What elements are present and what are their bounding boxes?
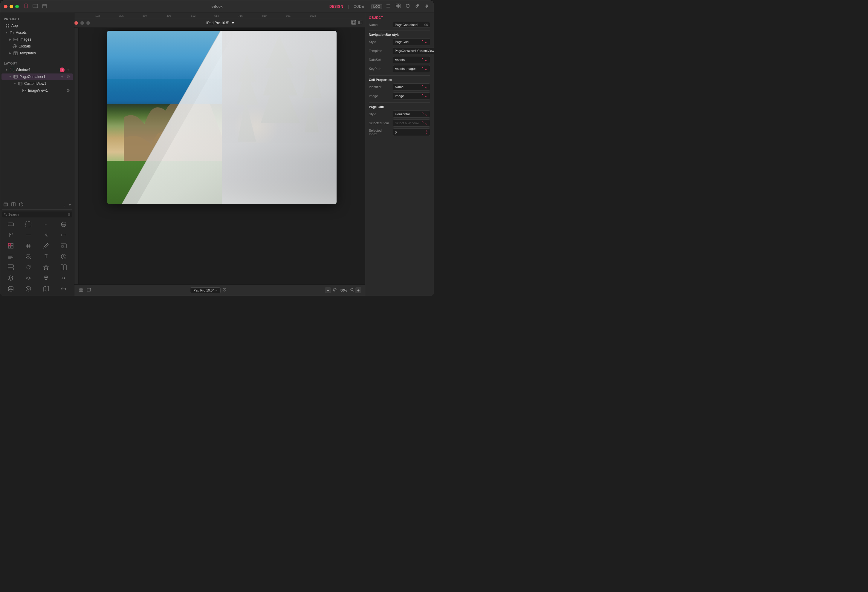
zoom-refresh-icon[interactable] <box>332 288 338 293</box>
dash-h-component[interactable] <box>20 230 37 240</box>
split-h-component[interactable] <box>2 262 19 272</box>
ruler-left <box>74 28 78 284</box>
image-value-container[interactable]: Image ⌃⌄ <box>393 92 430 99</box>
log-button[interactable]: LOG <box>371 4 382 9</box>
panel-dropdown-arrow[interactable]: ▼ <box>68 203 72 207</box>
location-component[interactable] <box>38 273 55 283</box>
list-icon[interactable] <box>385 3 392 10</box>
share-icon[interactable] <box>222 288 227 293</box>
iframe-component[interactable] <box>55 241 72 251</box>
identifier-dropdown[interactable]: ⌃⌄ <box>421 84 428 89</box>
sidebar-item-pagecontainer1[interactable]: ▼ PageContainer1 + ⚙ <box>1 74 73 80</box>
dataset-dropdown[interactable]: ⌃⌄ <box>421 57 428 62</box>
grid-toolbar-icon[interactable] <box>395 3 402 10</box>
selected-item-value-container[interactable]: Select a Window ⌃⌄ <box>393 119 430 127</box>
identifier-value-container[interactable]: Name ⌃⌄ <box>393 83 430 90</box>
pagecontainer1-settings-button[interactable]: ⚙ <box>66 74 71 79</box>
button-component[interactable] <box>2 219 19 230</box>
grid-canvas-icon[interactable] <box>78 287 84 294</box>
component-search-input[interactable] <box>8 213 66 216</box>
name-value[interactable]: PageContainer1 <box>395 23 423 27</box>
selected-item-dropdown[interactable]: ⌃⌄ <box>421 121 428 125</box>
link-component[interactable] <box>55 219 72 230</box>
image-dropdown[interactable]: ⌃⌄ <box>421 93 428 98</box>
arrows-lr-component[interactable] <box>55 284 72 294</box>
shield-icon[interactable] <box>404 3 411 10</box>
sidebar-item-templates[interactable]: ▶ Templates <box>1 50 73 56</box>
minimize-button[interactable] <box>10 5 13 8</box>
frame-icon-2[interactable] <box>358 20 363 26</box>
bottom-device-dropdown[interactable]: iPad Pro 10.5" <box>190 287 221 293</box>
close-button[interactable] <box>4 5 7 8</box>
text-t-component[interactable]: T <box>38 252 55 262</box>
sidebar-item-images[interactable]: ▶ Images <box>1 36 73 43</box>
window1-add-button[interactable]: + <box>66 68 71 72</box>
sidebar-item-imageview1[interactable]: ImageView1 ⚙ <box>1 87 73 94</box>
frame-canvas-icon[interactable] <box>86 287 92 294</box>
phone-icon[interactable] <box>24 4 28 9</box>
hash-component[interactable] <box>20 241 37 251</box>
fork-component[interactable] <box>2 230 19 240</box>
tablet-icon[interactable] <box>32 4 38 9</box>
split-view-icon[interactable] <box>10 201 16 208</box>
star-component[interactable] <box>38 262 55 272</box>
curl-style-dropdown[interactable]: ⌃⌄ <box>421 112 428 116</box>
device-selector[interactable]: iPad Pro 10.5" ▼ <box>207 21 235 25</box>
cross-component[interactable] <box>2 241 19 251</box>
sidebar-item-assets[interactable]: ▼ Assets <box>1 29 73 36</box>
device-frame[interactable] <box>107 31 337 204</box>
arrow3-component[interactable] <box>55 273 72 283</box>
index-stepper[interactable]: ▲ ▼ <box>426 130 428 135</box>
code-tab[interactable]: CODE <box>351 4 366 10</box>
frame-icon-1[interactable] <box>351 20 356 26</box>
pagecontainer1-add-button[interactable]: + <box>60 74 65 79</box>
asterisk-component[interactable]: ✳ <box>38 230 55 240</box>
search-options-icon[interactable]: ⊞ <box>68 212 71 216</box>
calendar-icon[interactable] <box>42 4 47 9</box>
assets-label: Assets <box>16 31 27 35</box>
stepper-up[interactable]: ▲ <box>426 130 428 132</box>
text-align-component[interactable] <box>2 252 19 262</box>
curl-style-value-container[interactable]: Horizontal ⌃⌄ <box>393 110 430 118</box>
db-component[interactable] <box>2 284 19 294</box>
dashed-component[interactable] <box>20 219 37 230</box>
zoom-out-button[interactable]: − <box>325 287 331 293</box>
sidebar-item-app[interactable]: App <box>1 22 73 29</box>
layers3-component[interactable] <box>2 273 19 283</box>
rotate-component[interactable] <box>20 262 37 272</box>
pencil-component[interactable] <box>38 241 55 251</box>
style-dropdown[interactable]: ⌃⌄ <box>421 40 428 44</box>
svg-rect-107 <box>79 288 81 289</box>
clock-component[interactable] <box>55 252 72 262</box>
stepper-down[interactable]: ▼ <box>426 132 428 135</box>
l-component[interactable]: ⌐ <box>38 219 55 230</box>
style-value-container[interactable]: PageCurl ⌃⌄ <box>393 38 430 46</box>
keypath-value-container[interactable]: Assets.Images ⌃⌄ <box>393 65 430 72</box>
ruler-mark-1: 102 <box>95 14 100 17</box>
layers4-component[interactable] <box>20 273 37 283</box>
layers3-icon <box>7 275 14 281</box>
selected-index-value[interactable]: 0 <box>395 131 424 134</box>
link-icon[interactable] <box>414 3 421 10</box>
split-v-component[interactable] <box>55 262 72 272</box>
arrow-h-component[interactable] <box>55 230 72 240</box>
dataset-value-container[interactable]: Assets ⌃⌄ <box>393 56 430 63</box>
template-value-container[interactable]: PageContainer1.CustomView1 ⌃⌄ <box>393 47 434 54</box>
design-tab[interactable]: DESIGN <box>327 4 345 10</box>
eye-component[interactable] <box>20 284 37 294</box>
sidebar-item-window1[interactable]: ▼ Window1 1 + <box>1 66 73 73</box>
sidebar-item-globals[interactable]: Globals <box>1 43 73 50</box>
identifier-value: Name <box>395 85 420 89</box>
bolt-icon[interactable] <box>424 3 430 10</box>
zoom-in-button[interactable]: + <box>356 287 362 293</box>
zoom-component[interactable] <box>20 252 37 262</box>
sidebar-item-customview1[interactable]: ▼ CustomView1 <box>1 80 73 87</box>
svg-rect-16 <box>396 6 398 8</box>
keypath-dropdown[interactable]: ⌃⌄ <box>421 66 428 71</box>
maximize-button[interactable] <box>15 5 19 8</box>
cube-view-icon[interactable] <box>18 201 24 208</box>
map-component[interactable] <box>38 284 55 294</box>
zoom-glass-icon[interactable] <box>350 288 354 293</box>
layers-view-icon[interactable] <box>3 201 9 208</box>
imageview1-settings-button[interactable]: ⚙ <box>66 88 71 93</box>
